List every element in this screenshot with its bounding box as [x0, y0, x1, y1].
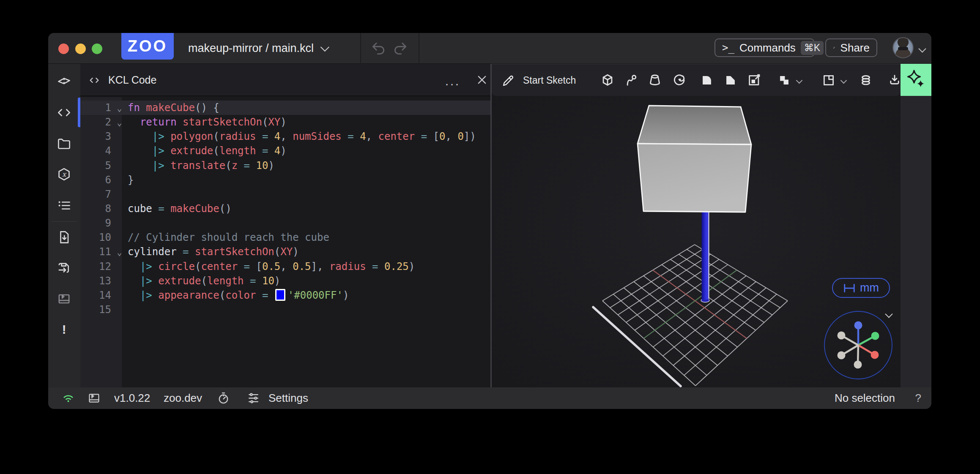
- code-line[interactable]: 12 |> circle(center = [0.5, 0.5], radius…: [80, 259, 415, 274]
- site-link[interactable]: zoo.dev: [164, 387, 202, 409]
- commands-label: Commands: [739, 41, 796, 54]
- zoo-logo[interactable]: ZOO: [121, 33, 174, 60]
- revolve-icon[interactable]: [672, 73, 686, 87]
- sparkles-icon: [901, 64, 931, 96]
- code-line[interactable]: 6}: [80, 173, 134, 187]
- project-files-icon[interactable]: [57, 136, 71, 151]
- chevron-down-icon[interactable]: [840, 77, 847, 84]
- ruler-icon: [843, 283, 856, 294]
- code-line[interactable]: 2⌄ return startSketchOn(XY): [80, 115, 287, 129]
- title-bar: ZOO makeup-mirror / main.kcl >_ Commands…: [48, 33, 931, 64]
- chamfer-icon[interactable]: [723, 73, 738, 87]
- pen-icon: [501, 73, 515, 87]
- help-button[interactable]: ?: [915, 387, 921, 409]
- link-icon: [833, 42, 835, 54]
- status-bar: v1.0.22 zoo.dev Settings No selection ?: [48, 387, 931, 409]
- viewport-toolbar: Start Sketch: [492, 64, 901, 96]
- units-button[interactable]: mm: [832, 278, 890, 298]
- project-breadcrumb[interactable]: makeup-mirror / main.kcl: [188, 33, 327, 64]
- machine-status-icon[interactable]: [88, 392, 101, 405]
- user-menu-chevron-icon[interactable]: [918, 45, 926, 52]
- kcl-code-panel: KCL Code ··· 1⌄fn makeCube() {2⌄ return …: [80, 64, 490, 387]
- left-sidebar: x!: [48, 64, 80, 387]
- svg-text:x: x: [62, 170, 67, 178]
- code-line[interactable]: 15: [80, 302, 128, 317]
- commands-button[interactable]: >_ Commands ⌘K: [714, 38, 815, 57]
- undo-icon[interactable]: [370, 41, 386, 57]
- code-line[interactable]: 7: [80, 187, 128, 202]
- errors-icon[interactable]: !: [57, 323, 71, 338]
- stopwatch-icon[interactable]: [217, 392, 230, 405]
- export-icon[interactable]: [57, 261, 71, 276]
- cube-3d[interactable]: [638, 106, 751, 212]
- kcl-panel-header: KCL Code ···: [80, 64, 490, 96]
- panel-menu-button[interactable]: ···: [445, 76, 460, 91]
- divider: [419, 33, 419, 64]
- share-label: Share: [840, 41, 870, 54]
- orientation-gnomon[interactable]: [824, 311, 892, 379]
- right-sidebar: [901, 96, 931, 387]
- redo-icon[interactable]: [392, 41, 408, 57]
- sketch-plane-icon[interactable]: [57, 76, 71, 90]
- code-line[interactable]: 4 |> extrude(length = 4): [80, 144, 287, 158]
- avatar[interactable]: [892, 37, 914, 58]
- boolean-icon[interactable]: [777, 73, 791, 87]
- close-panel-button[interactable]: [476, 74, 488, 86]
- code-line[interactable]: 14 |> appearance(color = '#0000FF'): [80, 288, 349, 302]
- start-sketch-button[interactable]: Start Sketch: [523, 64, 576, 96]
- code-line[interactable]: 3 |> polygon(radius = 4, numSides = 4, c…: [80, 129, 476, 144]
- divider: [360, 33, 361, 64]
- code-line[interactable]: 13 |> extrude(length = 10): [80, 274, 280, 288]
- close-window-button[interactable]: [58, 44, 69, 54]
- terminal-icon: >_: [722, 42, 734, 54]
- code-icon: [88, 74, 101, 87]
- 3d-scene: [492, 64, 931, 387]
- code-line[interactable]: 10// Cylinder should reach the cube: [80, 230, 329, 245]
- kcl-panel-title: KCL Code: [108, 64, 156, 96]
- kcl-code-icon[interactable]: [57, 105, 71, 120]
- code-line[interactable]: 1⌄fn makeCube() {: [80, 101, 219, 115]
- code-line[interactable]: 11⌄cylinder = startSketchOn(XY): [80, 245, 299, 259]
- commands-shortcut: ⌘K: [801, 41, 824, 55]
- units-label: mm: [860, 281, 879, 294]
- load-external-icon[interactable]: [887, 73, 902, 87]
- variables-icon[interactable]: x: [57, 167, 71, 182]
- settings-sliders-icon[interactable]: [247, 392, 260, 405]
- sweep-icon[interactable]: [624, 73, 639, 87]
- zoom-window-button[interactable]: [92, 44, 102, 54]
- network-status-icon[interactable]: [62, 392, 75, 405]
- loft-icon[interactable]: [648, 73, 662, 87]
- helix-icon[interactable]: [859, 73, 873, 87]
- viewport-3d[interactable]: Start Sketch mm: [492, 64, 931, 387]
- share-button[interactable]: Share: [825, 38, 877, 57]
- feature-tree-icon[interactable]: [57, 198, 71, 213]
- selection-status: No selection: [835, 387, 895, 409]
- fillet-icon[interactable]: [700, 73, 714, 87]
- minimize-window-button[interactable]: [75, 44, 86, 54]
- settings-button[interactable]: Settings: [268, 387, 308, 409]
- svg-text:!: !: [62, 323, 66, 336]
- machine-icon[interactable]: [57, 291, 71, 306]
- text-to-cad-tab[interactable]: [901, 64, 931, 96]
- cylinder-3d[interactable]: [701, 210, 709, 302]
- chevron-down-icon: [320, 43, 329, 52]
- app-window: ZOO makeup-mirror / main.kcl >_ Commands…: [48, 33, 931, 409]
- color-swatch[interactable]: [275, 289, 285, 301]
- code-editor[interactable]: 1⌄fn makeCube() {2⌄ return startSketchOn…: [80, 97, 490, 387]
- app-version[interactable]: v1.0.22: [114, 387, 150, 409]
- code-line[interactable]: 8cube = makeCube(): [80, 202, 232, 216]
- import-file-icon[interactable]: [57, 230, 71, 245]
- extrude-icon[interactable]: [600, 73, 615, 87]
- chevron-down-icon[interactable]: [796, 77, 803, 84]
- shell-icon[interactable]: [747, 73, 761, 87]
- divider: [52, 221, 77, 222]
- sketch-axis-line: [593, 307, 681, 386]
- code-line[interactable]: 9: [80, 216, 128, 230]
- plane-icon[interactable]: [821, 73, 836, 87]
- project-title: makeup-mirror / main.kcl: [188, 42, 314, 55]
- code-line[interactable]: 5 |> translate(z = 10): [80, 158, 274, 173]
